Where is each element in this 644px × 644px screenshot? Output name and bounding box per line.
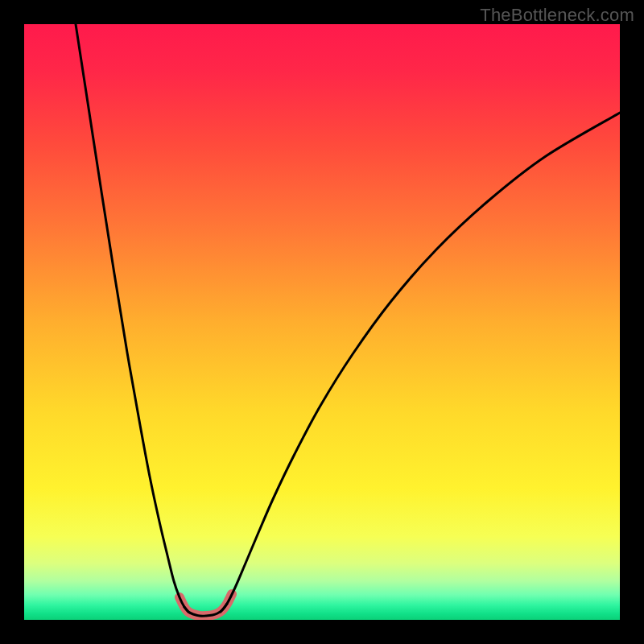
- background-gradient: [24, 24, 620, 620]
- chart-frame: [24, 24, 620, 620]
- svg-rect-0: [24, 24, 620, 620]
- watermark-text: TheBottleneck.com: [480, 5, 634, 26]
